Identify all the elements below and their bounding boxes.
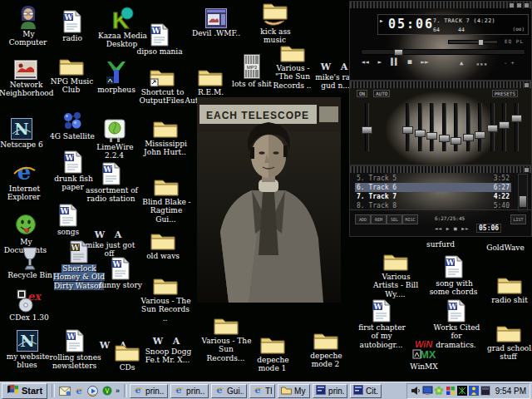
- desktop-icon-assortment-of-radio-station[interactable]: Wassortment of radio station: [85, 159, 138, 204]
- task-button-the[interactable]: eThe...: [249, 384, 275, 398]
- playlist-row-track-5[interactable]: 5. Track 53:52: [355, 174, 511, 183]
- mini-transport-icons[interactable]: ◄◄ ▶ ■ ▶►: [435, 225, 470, 231]
- tray-icq-icon[interactable]: [434, 386, 445, 397]
- quick-launch-green-icon[interactable]: [100, 384, 114, 397]
- wordart-icon[interactable]: W A: [141, 320, 195, 347]
- eq-band-9-handle[interactable]: [499, 121, 510, 129]
- desktop-icon-radio[interactable]: Wradio: [46, 7, 99, 42]
- prev-button[interactable]: ◄◄: [360, 58, 370, 66]
- desktop-icon-mississippi-john-hurt[interactable]: Mississippi John Hurt..: [139, 112, 192, 157]
- word-icon[interactable]: W: [427, 252, 480, 278]
- eq-band-2-handle[interactable]: [415, 130, 426, 137]
- play-button[interactable]: ►: [375, 58, 385, 66]
- playlist-sel-button[interactable]: SEL: [387, 214, 402, 224]
- seek-slider[interactable]: [361, 49, 525, 55]
- tray-winmx-tray-icon[interactable]: [457, 386, 468, 397]
- desktop-icon-lots-of-shit[interactable]: MP3lots of shit: [225, 52, 278, 88]
- quick-launch-ie-s-icon[interactable]: e: [71, 384, 86, 397]
- playlist-list-button[interactable]: LIST: [510, 214, 526, 224]
- shuffle-repeat-icons[interactable]: ▪▪▪: [476, 61, 488, 66]
- tray-appwin-icon[interactable]: [480, 386, 491, 397]
- quick-launch-mail-icon[interactable]: [57, 384, 71, 397]
- desktop-icon-dipso-mania[interactable]: Wdipso mania: [133, 20, 186, 56]
- winamp-titlebar[interactable]: [350, 2, 531, 8]
- eq-band-4-track[interactable]: [442, 103, 446, 151]
- pause-button[interactable]: ▌▌: [390, 58, 400, 66]
- desktop-icon-recycle-bin[interactable]: Recycle Bin: [3, 244, 57, 279]
- eq-pl-toggles[interactable]: EQ PL: [505, 38, 524, 44]
- word-icon[interactable]: W: [46, 7, 99, 33]
- track-title-marquee[interactable]: 7. TRACK 7 (4:22): [433, 17, 525, 24]
- shade-icon[interactable]: [516, 2, 522, 8]
- desktop-icon-devil-wmf[interactable]: Devil .WMF..: [190, 2, 243, 37]
- playlist-scrollbar[interactable]: [518, 174, 528, 212]
- desktop-icon-various-artists-bill-wy[interactable]: Various Artists - Bill Wy....: [369, 245, 422, 298]
- desktop-icon-song-with-some-chords[interactable]: Wsong with some chords: [427, 252, 480, 297]
- taskbar-clock[interactable]: 9:54 PM: [495, 387, 526, 396]
- desktop-icon-depeche-mode-2[interactable]: depeche mode 2: [299, 324, 352, 369]
- eq-band-8-handle[interactable]: [487, 125, 498, 132]
- folder-icon[interactable]: [136, 224, 190, 251]
- playlist-row-track-6[interactable]: 6. Track 66:27: [355, 183, 511, 192]
- desktop-icon-snoop-dogg-fe-t-mr-x[interactable]: W ASnoop Dogg Fe.t Mr. X...: [141, 320, 195, 365]
- eq-presets-button[interactable]: PRESETS: [492, 90, 518, 97]
- tray-aim-icon[interactable]: [469, 386, 480, 397]
- folder-shared-icon[interactable]: [249, 0, 302, 27]
- winamp-equalizer-window[interactable]: ON AUTO PRESETS: [349, 81, 532, 165]
- task-button-prin[interactable]: eprin...: [170, 384, 209, 398]
- desktop-icon-netscape-6[interactable]: NNetscape 6: [0, 113, 48, 149]
- quick-launch-wmp-icon[interactable]: [86, 384, 100, 397]
- folder-icon[interactable]: [139, 112, 192, 139]
- playlist-titlebar[interactable]: [350, 166, 531, 173]
- eq-band-10-handle[interactable]: [511, 115, 522, 122]
- minimize-icon[interactable]: [509, 2, 515, 8]
- eq-on-button[interactable]: ON: [357, 90, 367, 97]
- winamp-playlist-window[interactable]: 5. Track 53:526. Track 66:277. Track 74:…: [349, 165, 532, 237]
- folder-icon[interactable]: [246, 328, 299, 355]
- netpic-icon[interactable]: [0, 53, 52, 80]
- eq-band-1-handle[interactable]: [402, 126, 413, 134]
- netscape-icon[interactable]: N: [1, 325, 54, 352]
- quick-launch-overflow-chevron[interactable]: »: [114, 387, 121, 395]
- desktop-icon-depeche-mode-1[interactable]: depeche mode 1: [246, 328, 299, 373]
- folder-shortcut-icon[interactable]: [135, 61, 189, 87]
- eq-band-4-handle[interactable]: [439, 135, 450, 142]
- winmx-icon[interactable]: WiNMX: [397, 335, 451, 362]
- close-icon[interactable]: [524, 2, 530, 8]
- desktop-icon-network-neighborhood[interactable]: Network Neighborhood: [0, 53, 52, 98]
- folder-icon[interactable]: [483, 268, 532, 295]
- tray-palette-icon[interactable]: [446, 386, 456, 397]
- preamp-slider-handle[interactable]: [362, 126, 372, 134]
- eq-band-6-track[interactable]: [466, 103, 470, 151]
- equalizer-titlebar[interactable]: [350, 81, 531, 88]
- eq-band-3-track[interactable]: [430, 103, 434, 151]
- desktop-icon-internet-explorer[interactable]: eInternet Explorer: [0, 157, 51, 202]
- desktop-icon-various-the-sun-records[interactable]: Various - The Sun Records ..: [139, 269, 192, 323]
- desktop-icon-my-website-blues[interactable]: Nmy website blues: [1, 325, 54, 370]
- folder-icon[interactable]: [299, 324, 352, 351]
- playlist-rem-button[interactable]: REM: [371, 214, 387, 224]
- folder-icon[interactable]: [140, 170, 193, 197]
- eq-band-3-handle[interactable]: [426, 132, 437, 140]
- eq-band-10-track[interactable]: [515, 103, 519, 151]
- volume-plus-minus[interactable]: - +: [504, 60, 515, 66]
- desktop-icon-cdex-1-30[interactable]: exCDex 1.30: [2, 286, 56, 322]
- folder-icon[interactable]: [139, 269, 192, 296]
- task-button-cit[interactable]: Cit...: [350, 384, 382, 398]
- task-button-prin[interactable]: prin...: [313, 384, 347, 398]
- desktop-icon-winmx[interactable]: WiNMXWinMX: [397, 335, 451, 371]
- playlist-add-button[interactable]: ADD: [355, 214, 371, 224]
- window-controls[interactable]: [509, 2, 530, 8]
- folder-icon[interactable]: [482, 317, 532, 343]
- eq-band-7-handle[interactable]: [475, 131, 485, 139]
- playlist-row-track-7[interactable]: 7. Track 74:22: [355, 192, 511, 201]
- playlist-tracks[interactable]: 5. Track 53:526. Track 66:277. Track 74:…: [355, 174, 511, 210]
- task-button-prin[interactable]: eprin...: [130, 384, 168, 398]
- stop-button[interactable]: ■: [405, 58, 415, 66]
- desktop-icon-various-the-sun-records[interactable]: Various - The Sun Records...: [200, 309, 253, 362]
- close-icon[interactable]: [524, 82, 530, 88]
- word-icon[interactable]: W: [133, 20, 186, 47]
- folder-icon[interactable]: [369, 245, 422, 272]
- image-icon[interactable]: [190, 2, 243, 28]
- eq-band-6-handle[interactable]: [463, 134, 474, 141]
